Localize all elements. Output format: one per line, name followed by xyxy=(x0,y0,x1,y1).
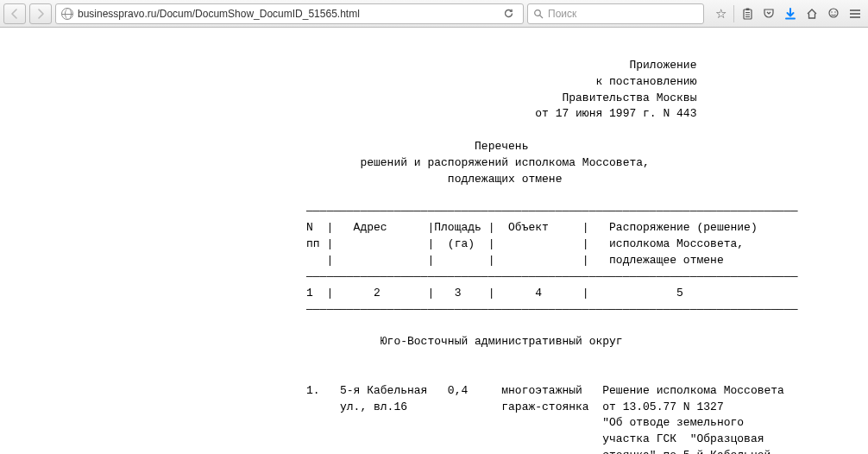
search-bar[interactable] xyxy=(527,3,704,24)
svg-point-10 xyxy=(834,11,835,12)
svg-point-9 xyxy=(831,11,832,12)
search-icon xyxy=(533,9,544,19)
feedback-icon[interactable] xyxy=(824,4,843,23)
toolbar-icons: ☆ xyxy=(708,4,865,23)
home-icon[interactable] xyxy=(802,4,821,23)
clipboard-icon[interactable] xyxy=(738,4,757,23)
bookmark-icon[interactable]: ☆ xyxy=(711,4,730,23)
svg-point-0 xyxy=(535,9,541,16)
menu-icon[interactable] xyxy=(846,4,865,23)
url-input[interactable] xyxy=(78,8,495,20)
separator xyxy=(733,5,734,22)
search-input[interactable] xyxy=(548,8,698,20)
pocket-icon[interactable] xyxy=(759,4,778,23)
svg-line-1 xyxy=(540,15,543,17)
browser-toolbar: ☆ xyxy=(0,0,868,28)
reload-button[interactable] xyxy=(500,8,518,19)
back-button[interactable] xyxy=(3,3,26,24)
forward-button[interactable] xyxy=(29,3,52,24)
svg-rect-3 xyxy=(745,8,749,10)
globe-icon xyxy=(61,8,73,20)
document-content: Приложение к постановлению Правительства… xyxy=(0,28,868,454)
url-bar[interactable] xyxy=(55,3,524,24)
download-icon[interactable] xyxy=(781,4,800,23)
